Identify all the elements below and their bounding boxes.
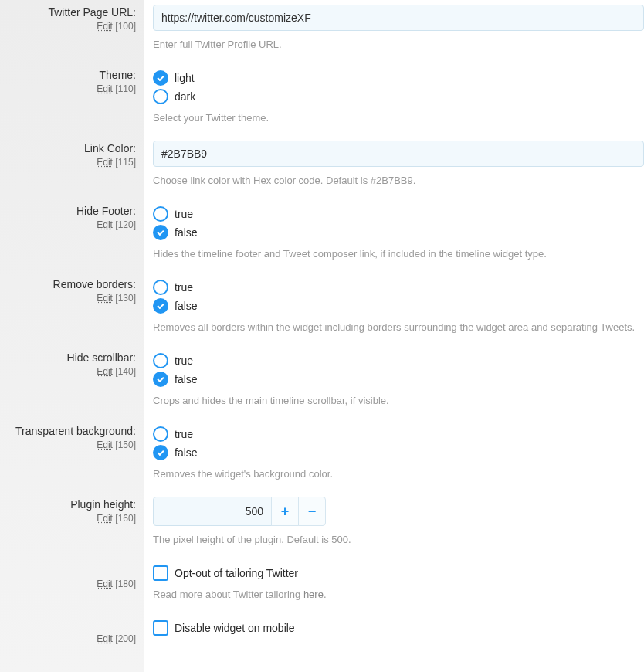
hide-footer-false[interactable]: false [153,225,644,240]
theme-option-dark[interactable]: dark [153,89,644,104]
edit-num-180: [180] [115,579,136,589]
stepper-minus-button[interactable]: − [298,497,326,526]
transparent-bg-label: Transparent background: [5,425,136,437]
link-color-hint: Choose link color with Hex color code. D… [153,175,644,186]
edit-num-120: [120] [115,219,136,230]
edit-link-140[interactable]: Edit [97,366,113,377]
radio-selected-icon [153,372,168,387]
remove-borders-false-text: false [175,300,198,312]
remove-borders-hint: Removes all borders within the widget in… [153,321,644,333]
transparent-bg-false[interactable]: false [153,445,644,460]
opt-out-label: Opt-out of tailoring Twitter [175,567,298,579]
remove-borders-label: Remove borders: [5,278,136,290]
transparent-bg-hint: Removes the widget's background color. [153,468,644,480]
hide-footer-hint: Hides the timeline footer and Tweet comp… [153,248,644,260]
edit-link-160[interactable]: Edit [97,513,113,524]
edit-link-100[interactable]: Edit [97,21,113,32]
edit-link-115[interactable]: Edit [97,157,113,168]
opt-out-hint: Read more about Twitter tailoring here. [153,589,644,600]
hide-footer-false-text: false [175,226,198,239]
checkbox-icon [153,565,168,581]
transparent-bg-true-text: true [175,428,193,440]
hide-scrollbar-false[interactable]: false [153,372,644,387]
theme-option-light[interactable]: light [153,70,644,86]
plugin-height-label: Plugin height: [5,498,136,511]
hide-footer-true[interactable]: true [153,206,644,222]
edit-link-180[interactable]: Edit [97,579,113,589]
link-color-label: Link Color: [5,142,136,154]
disable-mobile-checkbox-row[interactable]: Disable widget on mobile [153,620,644,636]
disable-mobile-label: Disable widget on mobile [175,622,295,634]
theme-light-text: light [175,72,195,84]
remove-borders-false[interactable]: false [153,298,644,314]
edit-link-110[interactable]: Edit [97,83,113,94]
hide-scrollbar-hint: Crops and hides the main timeline scroll… [153,395,644,406]
edit-num-100: [100] [115,21,136,32]
edit-num-160: [160] [115,513,136,524]
theme-label: Theme: [5,69,136,81]
plugin-height-hint: The pixel height of the plugin. Default … [153,534,644,545]
radio-selected-icon [153,298,168,314]
twitter-url-input[interactable] [153,5,644,31]
radio-icon [153,426,168,442]
edit-link-150[interactable]: Edit [97,440,113,450]
remove-borders-true-text: true [175,281,193,294]
edit-num-110: [110] [115,83,136,94]
edit-link-130[interactable]: Edit [97,293,113,304]
edit-num-140: [140] [115,366,136,377]
transparent-bg-true[interactable]: true [153,426,644,442]
edit-num-150: [150] [115,440,136,450]
tailoring-here-link[interactable]: here [303,589,324,600]
twitter-url-label: Twitter Page URL: [5,6,136,19]
theme-hint: Select your Twitter theme. [153,112,644,124]
edit-link-200[interactable]: Edit [97,633,113,644]
radio-icon [153,89,168,104]
radio-selected-icon [153,445,168,460]
plugin-height-input[interactable] [153,497,272,526]
link-color-input[interactable] [153,141,644,167]
checkbox-icon [153,620,168,636]
hide-scrollbar-true-text: true [175,355,193,367]
remove-borders-true[interactable]: true [153,280,644,295]
hide-scrollbar-false-text: false [175,373,198,385]
radio-icon [153,280,168,295]
radio-icon [153,353,168,368]
radio-icon [153,206,168,222]
edit-num-115: [115] [115,157,136,168]
transparent-bg-false-text: false [175,446,198,459]
edit-link-120[interactable]: Edit [97,219,113,230]
hide-scrollbar-true[interactable]: true [153,353,644,368]
twitter-url-hint: Enter full Twitter Profile URL. [153,39,644,50]
hide-scrollbar-label: Hide scrollbar: [5,351,136,364]
stepper-plus-button[interactable]: + [271,497,299,526]
edit-num-130: [130] [115,293,136,304]
radio-selected-icon [153,225,168,240]
opt-out-checkbox-row[interactable]: Opt-out of tailoring Twitter [153,565,644,581]
theme-dark-text: dark [175,90,195,103]
radio-selected-icon [153,70,168,86]
hide-footer-true-text: true [175,208,193,220]
hide-footer-label: Hide Footer: [5,205,136,217]
edit-num-200: [200] [115,633,136,644]
